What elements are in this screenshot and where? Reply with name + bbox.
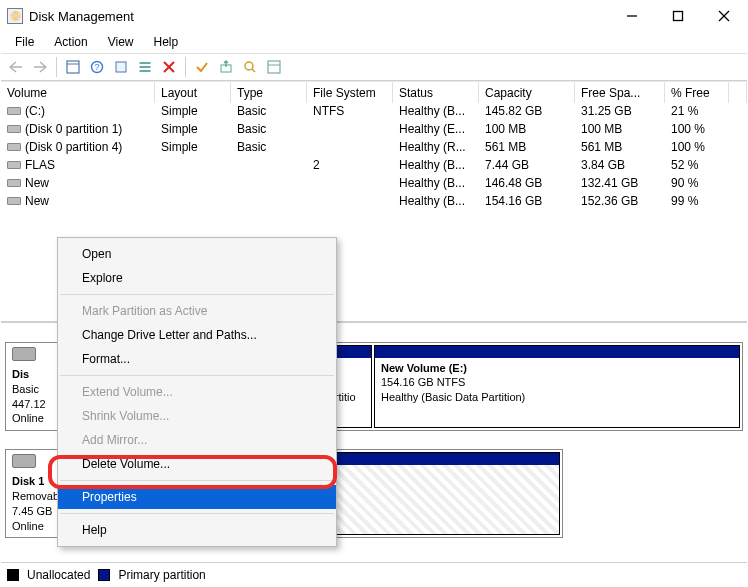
col-capacity[interactable]: Capacity	[479, 82, 575, 103]
toolbar-refresh-icon[interactable]	[62, 56, 84, 78]
volume-list-header: Volume Layout Type File System Status Ca…	[1, 81, 747, 103]
toolbar-separator	[185, 57, 186, 77]
svg-rect-9	[140, 62, 151, 64]
table-row[interactable]: (Disk 0 partition 1) Simple Basic Health…	[1, 121, 747, 139]
ctx-change-drive-letter[interactable]: Change Drive Letter and Paths...	[58, 323, 336, 347]
ctx-separator	[60, 480, 334, 481]
ctx-delete-volume[interactable]: Delete Volume...	[58, 452, 336, 476]
ctx-open[interactable]: Open	[58, 242, 336, 266]
maximize-button[interactable]	[655, 1, 701, 31]
table-row[interactable]: (Disk 0 partition 4) Simple Basic Health…	[1, 139, 747, 157]
volume-icon	[7, 123, 21, 133]
partition[interactable]: New Volume (E:)154.16 GB NTFSHealthy (Ba…	[374, 345, 740, 428]
table-row[interactable]: FLAS 2 Healthy (B... 7.44 GB 3.84 GB 52 …	[1, 157, 747, 175]
ctx-properties[interactable]: Properties	[58, 485, 336, 509]
forward-button	[29, 56, 51, 78]
ctx-separator	[60, 513, 334, 514]
back-button	[5, 56, 27, 78]
ctx-separator	[60, 375, 334, 376]
toolbar-help-icon[interactable]: ?	[86, 56, 108, 78]
ctx-explore[interactable]: Explore	[58, 266, 336, 290]
minimize-button[interactable]	[609, 1, 655, 31]
app-icon: 📀	[7, 8, 23, 24]
svg-line-16	[252, 69, 255, 72]
disk-icon	[12, 347, 36, 361]
col-pctfree[interactable]: % Free	[665, 82, 729, 103]
svg-rect-4	[67, 61, 79, 73]
disk-management-window: 📀 Disk Management File Action View Help …	[0, 0, 748, 587]
context-menu: Open Explore Mark Partition as Active Ch…	[57, 237, 337, 547]
legend-label: Primary partition	[118, 568, 205, 582]
close-button[interactable]	[701, 1, 747, 31]
disk-name: Disk 1	[12, 475, 44, 487]
menu-action[interactable]: Action	[44, 33, 97, 51]
ctx-help[interactable]: Help	[58, 518, 336, 542]
toolbar-properties-icon[interactable]	[263, 56, 285, 78]
ctx-add-mirror: Add Mirror...	[58, 428, 336, 452]
table-row[interactable]: (C:) Simple Basic NTFS Healthy (B... 145…	[1, 103, 747, 121]
toolbar-list-icon[interactable]	[134, 56, 156, 78]
col-status[interactable]: Status	[393, 82, 479, 103]
svg-rect-11	[140, 70, 151, 72]
col-filesystem[interactable]: File System	[307, 82, 393, 103]
toolbar-delete-icon[interactable]	[158, 56, 180, 78]
col-volume[interactable]: Volume	[1, 82, 155, 103]
svg-point-15	[245, 62, 253, 70]
disk-icon	[12, 454, 36, 468]
volume-icon	[7, 141, 21, 151]
toolbar-separator	[56, 57, 57, 77]
menu-bar: File Action View Help	[1, 31, 747, 53]
toolbar: ?	[1, 53, 747, 81]
svg-rect-8	[116, 62, 126, 72]
menu-help[interactable]: Help	[144, 33, 189, 51]
svg-rect-17	[268, 61, 280, 73]
menu-file[interactable]: File	[5, 33, 44, 51]
legend: Unallocated Primary partition	[1, 562, 747, 586]
legend-swatch-primary	[98, 569, 110, 581]
toolbar-action2-icon[interactable]	[239, 56, 261, 78]
table-row[interactable]: New Healthy (B... 146.48 GB 132.41 GB 90…	[1, 175, 747, 193]
svg-rect-10	[140, 66, 151, 68]
toolbar-settings-icon[interactable]	[110, 56, 132, 78]
volume-icon	[7, 177, 21, 187]
table-row[interactable]: New Healthy (B... 154.16 GB 152.36 GB 99…	[1, 193, 747, 211]
col-layout[interactable]: Layout	[155, 82, 231, 103]
col-type[interactable]: Type	[231, 82, 307, 103]
ctx-format[interactable]: Format...	[58, 347, 336, 371]
window-title: Disk Management	[29, 9, 609, 24]
ctx-separator	[60, 294, 334, 295]
menu-view[interactable]: View	[98, 33, 144, 51]
disk-name: Dis	[12, 368, 29, 380]
volume-icon	[7, 195, 21, 205]
title-bar: 📀 Disk Management	[1, 1, 747, 31]
toolbar-action1-icon[interactable]	[215, 56, 237, 78]
ctx-mark-active: Mark Partition as Active	[58, 299, 336, 323]
legend-label: Unallocated	[27, 568, 90, 582]
ctx-extend-volume: Extend Volume...	[58, 380, 336, 404]
volume-icon	[7, 105, 21, 115]
legend-swatch-unallocated	[7, 569, 19, 581]
col-freespace[interactable]: Free Spa...	[575, 82, 665, 103]
toolbar-check-icon[interactable]	[191, 56, 213, 78]
volume-icon	[7, 159, 21, 169]
svg-rect-1	[674, 12, 683, 21]
svg-text:?: ?	[94, 62, 99, 72]
ctx-shrink-volume: Shrink Volume...	[58, 404, 336, 428]
partition-bar	[375, 346, 739, 358]
col-empty	[729, 82, 747, 103]
